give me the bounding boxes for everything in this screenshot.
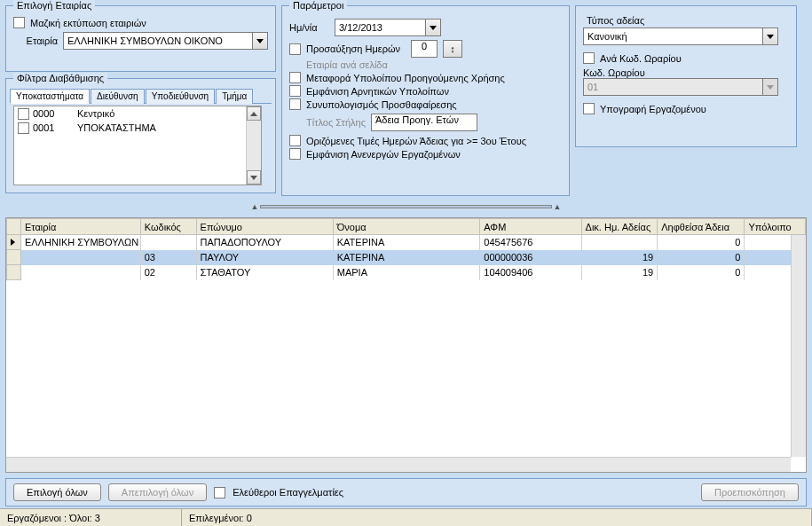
branch-name: Κεντρικό bbox=[77, 108, 114, 119]
branch-checkbox[interactable] bbox=[18, 108, 29, 120]
tab-branches[interactable]: Υποκαταστήματα bbox=[10, 89, 90, 104]
col-remain-header[interactable]: Υπόλοιπο bbox=[745, 219, 806, 235]
employees-grid[interactable]: Εταιρία Κωδικός Επώνυμο Όνομα ΑΦΜ Δικ. Η… bbox=[5, 217, 807, 473]
company-value: ΕΛΛΗΝΙΚΗ ΣΥΜΒΟΥΛΩΝ ΟΙΚΟΝΟ bbox=[64, 35, 252, 46]
bulk-print-label: Μαζική εκτύπωση εταιριών bbox=[30, 18, 146, 28]
cell-surname: ΠΑΥΛΟΥ bbox=[196, 250, 333, 265]
col-days-header[interactable]: Δικ. Ημ. Αδείας bbox=[581, 219, 658, 235]
grid-hscrollbar[interactable] bbox=[6, 457, 791, 472]
cell-days bbox=[581, 235, 658, 250]
branches-scrollbar[interactable] bbox=[246, 106, 261, 184]
fixed3y-checkbox[interactable] bbox=[289, 135, 301, 146]
current-row-icon bbox=[11, 239, 15, 246]
params-groupbox: Παράμετροι Ημ/νία 3/12/2013 Προσαύξηση Η… bbox=[281, 5, 570, 196]
date-value: 3/12/2013 bbox=[335, 22, 425, 33]
params-group-title: Παράμετροι bbox=[289, 0, 347, 11]
col-surname-header[interactable]: Επώνυμο bbox=[196, 219, 333, 235]
tab-subdirection[interactable]: Υποδιεύθυνση bbox=[146, 89, 215, 104]
chevron-down-icon bbox=[430, 26, 437, 30]
col-taken-header[interactable]: Ληφθείσα Άδεια bbox=[658, 219, 745, 235]
bottom-toolbar: Επιλογή όλων Απεπιλογή όλων Ελεύθεροι Επ… bbox=[5, 478, 807, 506]
cell-name: ΜΑΡΙΑ bbox=[333, 265, 480, 280]
date-picker[interactable]: 3/12/2013 bbox=[335, 19, 441, 36]
chevron-up-icon: ▲ bbox=[554, 202, 562, 211]
company-dropdown-btn[interactable] bbox=[252, 33, 267, 49]
freelancers-checkbox[interactable] bbox=[214, 487, 225, 499]
cell-company: ΕΛΛΗΝΙΚΗ ΣΥΜΒΟΥΛΩΝ bbox=[20, 235, 140, 250]
filters-tabstrip: Υποκαταστήματα Διεύθυνση Υποδιεύθυνση Τμ… bbox=[10, 88, 272, 104]
inactive-label: Εμφάνιση Ανενεργών Εργαζομένων bbox=[306, 149, 461, 160]
company-combobox[interactable]: ΕΛΛΗΝΙΚΗ ΣΥΜΒΟΥΛΩΝ ΟΙΚΟΝΟ bbox=[63, 32, 268, 50]
row-indicator bbox=[7, 250, 21, 265]
grid-header-row: Εταιρία Κωδικός Επώνυμο Όνομα ΑΦΜ Δικ. Η… bbox=[7, 219, 806, 235]
branch-row[interactable]: 0000 Κεντρικό bbox=[14, 106, 246, 121]
branch-checkbox[interactable] bbox=[18, 122, 29, 134]
col-company-header[interactable]: Εταιρία bbox=[20, 219, 140, 235]
leave-type-combobox[interactable]: Κανονική bbox=[583, 27, 778, 45]
cell-code: 03 bbox=[140, 250, 196, 265]
chevron-up-icon bbox=[250, 112, 257, 116]
table-row[interactable]: 02 ΣΤΑΘΑΤΟΥ ΜΑΡΙΑ 104009406 19 0 19 bbox=[7, 265, 806, 280]
grid-vscrollbar[interactable] bbox=[791, 235, 806, 457]
bulk-print-checkbox[interactable] bbox=[13, 17, 25, 28]
signature-label: Υπογραφή Εργαζομένου bbox=[600, 104, 706, 114]
chevron-down-icon bbox=[767, 35, 774, 39]
cell-days: 19 bbox=[581, 250, 658, 265]
sched-combobox: 01 bbox=[583, 78, 778, 96]
tab-direction[interactable]: Διεύθυνση bbox=[91, 89, 145, 104]
cell-taken: 0 bbox=[658, 250, 745, 265]
cell-afm: 104009406 bbox=[480, 265, 581, 280]
cell-code: 02 bbox=[140, 265, 196, 280]
company-groupbox: Επιλογή Εταιρίας Μαζική εκτύπωση εταιριώ… bbox=[5, 5, 276, 72]
deselect-all-button[interactable]: Απεπιλογή όλων bbox=[108, 483, 207, 501]
tab-department[interactable]: Τμήμα bbox=[216, 89, 253, 104]
carry-label: Μεταφορά Υπολοίπου Προηγούμενης Χρήσης bbox=[306, 73, 505, 83]
cell-surname: ΣΤΑΘΑΤΟΥ bbox=[196, 265, 333, 280]
preview-button[interactable]: Προεπισκόπηση bbox=[701, 483, 799, 501]
chevron-down-icon bbox=[767, 85, 774, 90]
leave-group-title: Τύπος αδείας bbox=[583, 15, 789, 26]
cell-afm: 000000036 bbox=[480, 250, 581, 265]
inc-days-checkbox[interactable] bbox=[289, 43, 301, 55]
splitter-handle[interactable] bbox=[260, 205, 551, 208]
per-sched-label: Ανά Κωδ. Ωραρίου bbox=[600, 53, 682, 64]
select-all-button[interactable]: Επιλογή όλων bbox=[13, 483, 101, 501]
table-row[interactable]: 03 ΠΑΥΛΟΥ ΚΑΤΕΡΙΝΑ 000000036 19 0 19 bbox=[7, 250, 806, 265]
date-dropdown-btn[interactable] bbox=[425, 20, 440, 35]
neg-checkbox[interactable] bbox=[289, 85, 301, 97]
neg-label: Εμφάνιση Αρνητικών Υπολοίπων bbox=[306, 86, 449, 97]
leave-groupbox: Τύπος αδείας Κανονική Ανά Κωδ. Ωραρίου Κ… bbox=[575, 5, 797, 147]
sched-value: 01 bbox=[584, 82, 762, 92]
status-selected: Επιλεγμένοι: 0 bbox=[182, 509, 812, 526]
cell-days: 19 bbox=[581, 265, 658, 280]
fixed3y-label: Οριζόμενες Τιμές Ημερών Άδειας για >= 3ο… bbox=[306, 136, 526, 146]
col-afm-header[interactable]: ΑΦΜ bbox=[480, 219, 581, 235]
inc-days-value[interactable]: 0 bbox=[411, 40, 438, 58]
filters-group-title: Φίλτρα Διαβάθμισης bbox=[13, 73, 107, 83]
sched-label: Κωδ. Ωραρίου bbox=[583, 67, 789, 78]
inactive-checkbox[interactable] bbox=[289, 148, 301, 160]
branch-row[interactable]: 0001 ΥΠΟΚΑΤΑΣΤΗΜΑ bbox=[14, 121, 246, 135]
scroll-down-btn[interactable] bbox=[247, 170, 261, 184]
status-total: Εργαζόμενοι : Όλοι: 3 bbox=[0, 509, 182, 526]
chevron-down-icon bbox=[250, 176, 257, 180]
scroll-up-btn[interactable] bbox=[247, 106, 261, 121]
col-title-label: Τίτλος Στήλης bbox=[306, 117, 366, 128]
row-indicator-header bbox=[7, 219, 21, 235]
signature-checkbox[interactable] bbox=[583, 103, 595, 114]
carry-checkbox[interactable] bbox=[289, 72, 301, 83]
col-title-input[interactable]: Άδεια Προηγ. Ετών bbox=[371, 114, 477, 131]
cell-company bbox=[20, 265, 140, 280]
splitter[interactable]: ▲ ▲ bbox=[251, 202, 562, 211]
subtract-checkbox[interactable] bbox=[289, 98, 301, 110]
branches-grid: 0000 Κεντρικό 0001 ΥΠΟΚΑΤΑΣΤΗΜΑ bbox=[13, 106, 262, 185]
col-name-header[interactable]: Όνομα bbox=[333, 219, 480, 235]
inc-days-spinner[interactable]: ↕ bbox=[443, 40, 462, 58]
row-indicator bbox=[7, 235, 21, 250]
cell-afm: 045475676 bbox=[480, 235, 581, 250]
col-code-header[interactable]: Κωδικός bbox=[140, 219, 196, 235]
table-row[interactable]: ΕΛΛΗΝΙΚΗ ΣΥΜΒΟΥΛΩΝ ΠΑΠΑΔΟΠΟΥΛΟΥ ΚΑΤΕΡΙΝΑ… bbox=[7, 235, 806, 250]
cell-taken: 0 bbox=[658, 235, 745, 250]
per-sched-checkbox[interactable] bbox=[583, 52, 595, 64]
leave-type-dropdown-btn[interactable] bbox=[762, 28, 777, 44]
